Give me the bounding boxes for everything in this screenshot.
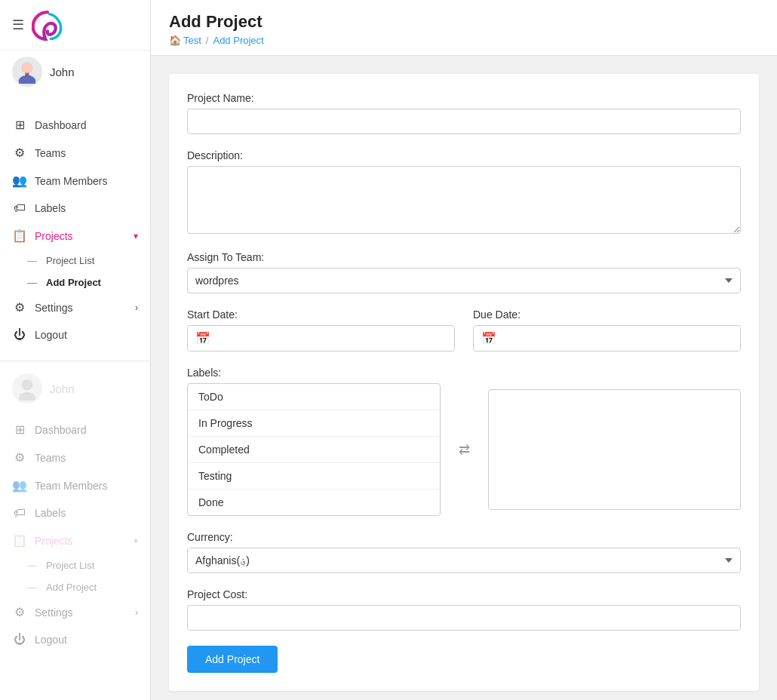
sidebar-ghost: John ⊞ Dashboard ⚙ Teams 👥 Team Members … [0, 367, 150, 653]
ghost-sidebar-projects: 📋 Projects ▾ [0, 527, 150, 554]
sidebar-item-teams[interactable]: ⚙ Teams [0, 139, 150, 167]
ghost-dash-project-list: — [27, 560, 37, 571]
sidebar-item-settings[interactable]: ⚙ Settings › [0, 293, 150, 321]
breadcrumb-separator: / [206, 35, 209, 46]
start-date-wrap: 📅 [187, 325, 455, 352]
svg-point-7 [19, 392, 35, 401]
sidebar-item-team-members[interactable]: 👥 Team Members [0, 167, 150, 195]
breadcrumb-current: Add Project [213, 35, 263, 46]
sidebar-item-projects[interactable]: 📋 Projects ▾ [0, 222, 150, 250]
sidebar-item-logout[interactable]: ⏻ Logout [0, 321, 150, 348]
ghost-sub-project-list: — Project List [0, 554, 150, 576]
label-item-inprogress[interactable]: In Progress [188, 410, 440, 437]
sidebar-label-labels: Labels [35, 202, 66, 214]
label-item-completed[interactable]: Completed [188, 437, 440, 463]
sidebar-label-logout: Logout [35, 329, 67, 341]
assign-team-group: Assign To Team: wordpres Team Alpha Team… [187, 251, 741, 293]
currency-group: Currency: Afghanis(؋) USD ($) EUR (€) GB… [187, 531, 741, 573]
main-content: Add Project 🏠 Test / Add Project Project… [151, 0, 777, 700]
ghost-projects-chevron-icon: ▾ [134, 536, 138, 546]
ghost-projects-icon: 📋 [12, 533, 27, 548]
sidebar-item-dashboard[interactable]: ⊞ Dashboard [0, 111, 150, 139]
ghost-logout-icon: ⏻ [12, 633, 27, 646]
main-header: Add Project 🏠 Test / Add Project [151, 0, 777, 56]
ghost-dashboard-icon: ⊞ [12, 422, 27, 437]
project-cost-input[interactable] [187, 605, 741, 631]
ghost-teams-icon: ⚙ [12, 450, 27, 465]
labels-group: Labels: ToDo In Progress Completed Testi… [187, 367, 741, 516]
breadcrumb-home-label: Test [183, 35, 201, 46]
ghost-sidebar-team-members: 👥 Team Members [0, 471, 150, 499]
label-item-todo[interactable]: ToDo [188, 384, 440, 410]
sidebar-item-labels[interactable]: 🏷 Labels [0, 195, 150, 222]
labels-transfer-button[interactable]: ⇄ [453, 438, 476, 461]
project-cost-label: Project Cost: [187, 588, 741, 600]
sidebar: ☰ John [0, 0, 151, 700]
description-input[interactable] [187, 166, 741, 234]
ghost-dash-add-project: — [27, 582, 37, 593]
sidebar-sub-add-project[interactable]: — Add Project [0, 272, 150, 293]
sidebar-sub-label-add-project: Add Project [46, 277, 101, 288]
projects-icon: 📋 [12, 229, 27, 243]
logo-icon [32, 9, 63, 41]
due-date-input[interactable] [504, 327, 740, 351]
sidebar-header: ☰ [0, 0, 150, 51]
ghost-sidebar-settings: ⚙ Settings › [0, 598, 150, 626]
ghost-team-members-icon: 👥 [12, 478, 27, 493]
ghost-sidebar-labels: 🏷 Labels [0, 499, 150, 527]
calendar-icon-start: 📅 [195, 331, 210, 345]
labels-available-box: ToDo In Progress Completed Testing Done [187, 383, 441, 516]
add-project-button[interactable]: Add Project [187, 646, 278, 673]
ghost-sub-add-project: — Add Project [0, 576, 150, 598]
sidebar-label-settings: Settings [35, 302, 73, 314]
ghost-avatar [12, 373, 42, 404]
sidebar-sub-project-list[interactable]: — Project List [0, 250, 150, 272]
teams-icon: ⚙ [12, 146, 27, 160]
projects-chevron-icon: ▾ [134, 231, 138, 241]
hamburger-icon[interactable]: ☰ [12, 17, 24, 33]
due-date-wrap: 📅 [473, 325, 741, 352]
settings-icon: ⚙ [12, 300, 27, 315]
sidebar-divider [0, 361, 150, 361]
due-date-calendar-button[interactable]: 📅 [474, 326, 504, 351]
page-title: Add Project [169, 12, 759, 32]
svg-point-3 [22, 63, 32, 73]
labels-selected-box [488, 389, 742, 510]
labels-label: Labels: [187, 367, 741, 379]
due-date-label: Due Date: [473, 309, 741, 321]
dashboard-icon: ⊞ [12, 118, 27, 132]
label-item-done[interactable]: Done [188, 490, 440, 515]
team-members-icon: 👥 [12, 173, 27, 188]
start-date-label: Start Date: [187, 309, 455, 321]
nav-section: ⊞ Dashboard ⚙ Teams 👥 Team Members 🏷 Lab… [0, 99, 150, 355]
label-item-testing[interactable]: Testing [188, 463, 440, 490]
sidebar-sub-label-project-list: Project List [46, 255, 94, 266]
user-name: John [50, 66, 75, 78]
calendar-icon-due: 📅 [481, 331, 496, 345]
ghost-sidebar-teams: ⚙ Teams [0, 444, 150, 471]
dash-icon-project-list: — [27, 255, 37, 266]
due-date-group: Due Date: 📅 [473, 309, 741, 352]
project-name-label: Project Name: [187, 92, 741, 104]
svg-point-6 [22, 379, 32, 390]
project-name-input[interactable] [187, 109, 741, 134]
project-name-group: Project Name: [187, 92, 741, 134]
breadcrumb-home[interactable]: 🏠 Test [169, 35, 201, 46]
assign-team-select[interactable]: wordpres Team Alpha Team Beta [187, 268, 741, 293]
currency-select[interactable]: Afghanis(؋) USD ($) EUR (€) GBP (£) [187, 548, 741, 573]
start-date-group: Start Date: 📅 [187, 309, 455, 352]
transfer-icon: ⇄ [459, 442, 470, 457]
date-row: Start Date: 📅 Due Date: 📅 [187, 309, 741, 352]
ghost-settings-chevron-icon: › [135, 607, 138, 618]
sidebar-label-teams: Teams [35, 147, 66, 159]
sidebar-label-dashboard: Dashboard [35, 119, 87, 131]
start-date-input[interactable] [218, 327, 454, 351]
settings-chevron-icon: › [135, 302, 138, 313]
home-icon: 🏠 [169, 35, 181, 46]
ghost-sidebar-dashboard: ⊞ Dashboard [0, 416, 150, 444]
ghost-user-name: John [50, 382, 75, 395]
logout-icon: ⏻ [12, 328, 27, 342]
sidebar-label-projects: Projects [35, 230, 73, 242]
ghost-user-section: John [0, 367, 150, 416]
start-date-calendar-button[interactable]: 📅 [188, 326, 218, 351]
